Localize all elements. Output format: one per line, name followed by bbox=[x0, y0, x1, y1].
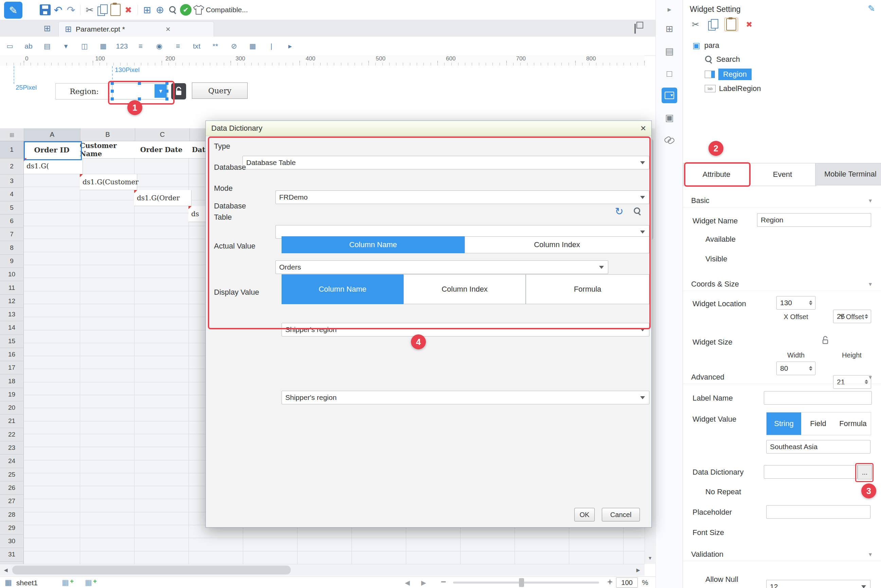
paste-button[interactable] bbox=[109, 3, 122, 16]
widget-tool-icon[interactable]: ▭ bbox=[3, 40, 16, 52]
zoom-out-icon[interactable]: − bbox=[441, 577, 446, 587]
row-header[interactable]: 7 bbox=[0, 228, 24, 241]
region-label-widget[interactable]: Region: bbox=[56, 83, 113, 99]
redo-button[interactable]: ↷ bbox=[65, 3, 77, 16]
aspect-lock-icon[interactable] bbox=[822, 335, 829, 347]
cell-a2[interactable]: ds1.G( bbox=[24, 158, 83, 174]
horizontal-scroll-thumb[interactable] bbox=[12, 566, 291, 574]
search-document-button[interactable] bbox=[167, 3, 179, 16]
row-header[interactable]: 21 bbox=[0, 414, 24, 428]
restore-window-icon[interactable] bbox=[635, 24, 636, 33]
zoom-slider-track[interactable] bbox=[453, 582, 599, 584]
web-preview-button[interactable]: ⊕ bbox=[153, 3, 167, 16]
row-header[interactable]: 17 bbox=[0, 361, 24, 375]
row-header[interactable]: 19 bbox=[0, 388, 24, 401]
row-header[interactable]: 22 bbox=[0, 428, 24, 441]
delete-button[interactable]: ✖ bbox=[122, 3, 135, 16]
next-page-icon[interactable]: ▶ bbox=[421, 579, 426, 586]
row-header[interactable]: 11 bbox=[0, 281, 24, 294]
scroll-right-icon[interactable]: ▸ bbox=[634, 566, 642, 574]
row-header[interactable]: 31 bbox=[0, 548, 24, 561]
value-type-formula[interactable]: Formula bbox=[835, 412, 871, 435]
widget-tool-icon[interactable]: ab bbox=[22, 40, 35, 52]
widget-tool-icon[interactable]: ▸ bbox=[284, 40, 297, 52]
display-value-select[interactable]: Shipper's region bbox=[282, 391, 649, 404]
sheet-tab[interactable]: sheet1 bbox=[16, 579, 38, 587]
copy-button[interactable] bbox=[96, 3, 109, 16]
placeholder-input[interactable] bbox=[766, 505, 870, 519]
condition-attribute-icon[interactable]: ▣ bbox=[662, 110, 677, 126]
cell-c1[interactable]: Order Date bbox=[134, 141, 189, 159]
tree-node-para[interactable]: ▣ para bbox=[692, 41, 719, 50]
row-header[interactable]: 20 bbox=[0, 401, 24, 414]
font-size-select[interactable]: 12 bbox=[766, 580, 870, 588]
parameter-pane-canvas[interactable]: 130Pixel 25Pixel Region: ▾ Query bbox=[0, 66, 645, 128]
cancel-button[interactable]: Cancel bbox=[602, 508, 640, 522]
widget-tool-icon[interactable]: ≡ bbox=[171, 40, 185, 52]
scroll-left-icon[interactable]: ◂ bbox=[2, 566, 10, 574]
section-validation[interactable]: Validation▾ bbox=[683, 548, 881, 561]
query-button[interactable]: Query bbox=[192, 82, 248, 99]
widget-value-input[interactable]: Southeast Asia bbox=[766, 440, 870, 453]
new-template-icon[interactable]: ⊞ bbox=[41, 22, 54, 34]
panel-copy-button[interactable] bbox=[707, 18, 720, 31]
row-header[interactable]: 30 bbox=[0, 535, 24, 548]
widget-tool-icon[interactable]: 123 bbox=[116, 40, 128, 52]
widget-tool-icon[interactable]: txt bbox=[190, 40, 203, 52]
cell-c2[interactable]: ds1.G(Order bbox=[134, 190, 192, 206]
row-header[interactable]: 29 bbox=[0, 522, 24, 535]
row-header[interactable]: 12 bbox=[0, 295, 24, 308]
data-dictionary-input[interactable] bbox=[764, 465, 858, 478]
widget-settings-icon[interactable] bbox=[662, 88, 677, 103]
cell-attribute-icon[interactable]: ⊞ bbox=[662, 21, 677, 37]
panel-paste-button[interactable] bbox=[725, 18, 738, 31]
panel-cut-button[interactable]: ✂ bbox=[689, 18, 702, 31]
dialog-titlebar[interactable]: Data Dictionary × bbox=[206, 121, 651, 136]
row-header[interactable]: 4 bbox=[0, 188, 24, 201]
report-settings-button[interactable]: ⊞ bbox=[141, 3, 153, 16]
panel-delete-button[interactable]: ✖ bbox=[743, 18, 756, 31]
cut-button[interactable]: ✂ bbox=[83, 3, 96, 16]
select-all-corner[interactable]: ▦ bbox=[0, 128, 24, 141]
cell-b1[interactable]: Customer Name bbox=[80, 141, 135, 159]
prev-page-icon[interactable]: ◀ bbox=[405, 579, 410, 586]
document-tab[interactable]: ⊞ Parameter.cpt * × bbox=[59, 21, 214, 37]
horizontal-scrollbar[interactable]: ◂ ▸ bbox=[0, 564, 645, 576]
widget-name-input[interactable]: Region bbox=[757, 213, 871, 227]
widget-tool-icon[interactable]: ⊘ bbox=[228, 40, 240, 52]
widget-tool-icon[interactable]: ▦ bbox=[246, 40, 259, 52]
row-header[interactable]: 2 bbox=[0, 159, 24, 174]
edit-pencil-icon[interactable]: ✎ bbox=[868, 3, 875, 14]
label-name-input[interactable] bbox=[764, 391, 872, 405]
row-header[interactable]: 3 bbox=[0, 174, 24, 188]
row-header[interactable]: 23 bbox=[0, 441, 24, 454]
widget-tool-icon[interactable]: ** bbox=[209, 40, 222, 52]
row-header[interactable]: 8 bbox=[0, 241, 24, 254]
row-header[interactable]: 1 bbox=[0, 141, 24, 159]
section-basic[interactable]: Basic▾ bbox=[683, 194, 881, 207]
tree-node-search[interactable]: Search bbox=[705, 55, 740, 64]
widget-tool-icon[interactable]: ◫ bbox=[78, 40, 91, 52]
row-header[interactable]: 27 bbox=[0, 495, 24, 508]
row-header[interactable]: 16 bbox=[0, 348, 24, 361]
zoom-level-input[interactable]: 100 bbox=[616, 578, 638, 588]
tree-node-labelregion[interactable]: lab LabelRegion bbox=[705, 84, 761, 93]
row-header[interactable]: 32 bbox=[0, 561, 24, 564]
hyperlink-icon[interactable] bbox=[662, 132, 677, 148]
column-header-a[interactable]: A bbox=[24, 128, 81, 141]
add-sheet-icon[interactable]: ▦ bbox=[62, 578, 69, 587]
tree-node-region[interactable]: Region bbox=[705, 69, 752, 80]
row-header[interactable]: 5 bbox=[0, 201, 24, 214]
value-type-field[interactable]: Field bbox=[801, 412, 835, 435]
undo-button[interactable]: ↶ bbox=[52, 3, 65, 16]
column-header-b[interactable]: B bbox=[81, 128, 135, 141]
row-header[interactable]: 6 bbox=[0, 214, 24, 228]
section-coords-size[interactable]: Coords & Size▾ bbox=[683, 278, 881, 291]
value-type-string[interactable]: String bbox=[767, 412, 801, 435]
dialog-close-icon[interactable]: × bbox=[641, 123, 646, 134]
add-polysheet-icon[interactable]: ▦ bbox=[85, 578, 92, 587]
row-header[interactable]: 14 bbox=[0, 321, 24, 334]
row-header[interactable]: 13 bbox=[0, 308, 24, 321]
section-advanced[interactable]: Advanced▾ bbox=[683, 371, 881, 384]
cell-element-icon[interactable]: ▤ bbox=[662, 44, 677, 59]
